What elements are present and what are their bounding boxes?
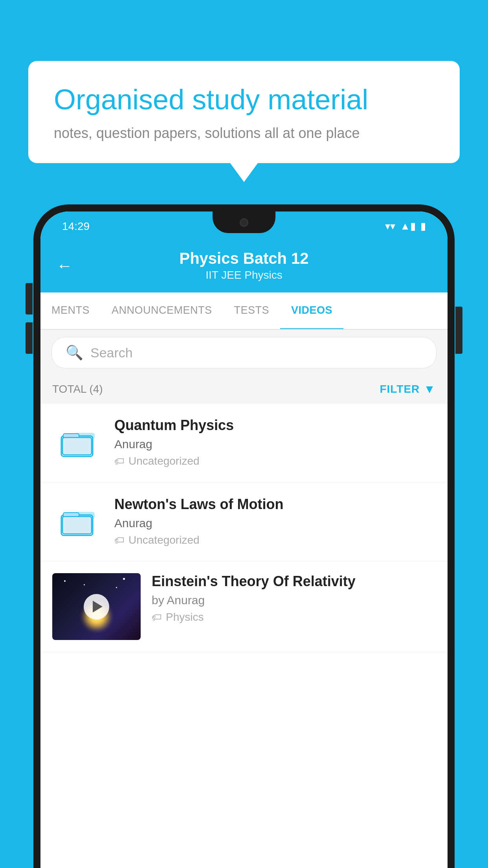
phone-screen: 14:29 ▾▾ ▲▮ ▮ ← Physics Batch 12 IIT JEE… xyxy=(40,211,448,868)
back-button[interactable]: ← xyxy=(56,257,73,274)
tag-label: Physics xyxy=(166,611,204,623)
speech-bubble-card: Organised study material notes, question… xyxy=(28,61,460,163)
search-container: 🔍 Search xyxy=(40,330,448,375)
tag-icon: 🏷 xyxy=(152,611,162,623)
volume-down-button xyxy=(26,322,33,354)
list-item[interactable]: Newton's Laws of Motion Anurag 🏷 Uncateg… xyxy=(40,482,448,561)
phone-outer: 14:29 ▾▾ ▲▮ ▮ ← Physics Batch 12 IIT JEE… xyxy=(33,204,455,868)
battery-icon: ▮ xyxy=(420,220,426,232)
tag-label: Uncategorized xyxy=(128,455,200,467)
bubble-title: Organised study material xyxy=(54,83,434,116)
play-icon xyxy=(93,601,103,612)
tag-label: Uncategorized xyxy=(128,534,200,546)
video-author: Anurag xyxy=(114,517,436,530)
video-tag: 🏷 Uncategorized xyxy=(114,534,436,546)
status-time: 14:29 xyxy=(62,220,90,233)
power-button xyxy=(455,307,462,354)
search-icon: 🔍 xyxy=(66,344,83,361)
video-author: Anurag xyxy=(114,438,436,451)
tab-tests[interactable]: TESTS xyxy=(223,292,281,329)
status-bar: 14:29 ▾▾ ▲▮ ▮ xyxy=(40,211,448,241)
header-subtitle: IIT JEE Physics xyxy=(84,269,404,281)
volume-buttons xyxy=(26,283,33,354)
video-title: Einstein's Theory Of Relativity xyxy=(152,573,436,590)
phone-wrapper: 14:29 ▾▾ ▲▮ ▮ ← Physics Batch 12 IIT JEE… xyxy=(33,204,455,868)
video-thumbnail xyxy=(52,573,141,640)
video-info: Einstein's Theory Of Relativity by Anura… xyxy=(152,573,436,623)
tag-icon: 🏷 xyxy=(114,455,125,467)
filter-funnel-icon: ▼ xyxy=(424,383,436,396)
list-item[interactable]: Einstein's Theory Of Relativity by Anura… xyxy=(40,561,448,652)
play-button[interactable] xyxy=(84,594,109,620)
camera xyxy=(240,218,248,227)
status-icons: ▾▾ ▲▮ ▮ xyxy=(385,220,426,232)
header-text: Physics Batch 12 IIT JEE Physics xyxy=(84,250,404,281)
tag-icon: 🏷 xyxy=(114,534,125,546)
video-folder-icon xyxy=(52,417,103,468)
video-title: Quantum Physics xyxy=(114,417,436,434)
svg-rect-2 xyxy=(62,438,92,455)
speech-bubble-section: Organised study material notes, question… xyxy=(28,61,460,163)
tabs-bar: MENTS ANNOUNCEMENTS TESTS VIDEOS xyxy=(40,292,448,330)
video-author: by Anurag xyxy=(152,594,436,607)
tab-videos[interactable]: VIDEOS xyxy=(280,292,343,330)
signal-icon: ▲▮ xyxy=(400,220,416,232)
header-title: Physics Batch 12 xyxy=(84,250,404,267)
svg-rect-5 xyxy=(62,517,92,534)
notch xyxy=(213,211,275,233)
video-tag: 🏷 Physics xyxy=(152,611,436,623)
wifi-icon: ▾▾ xyxy=(385,220,395,232)
list-item[interactable]: Quantum Physics Anurag 🏷 Uncategorized xyxy=(40,403,448,482)
tab-ments[interactable]: MENTS xyxy=(40,292,101,329)
volume-up-button xyxy=(26,283,33,314)
tab-announcements[interactable]: ANNOUNCEMENTS xyxy=(101,292,223,329)
search-box[interactable]: 🔍 Search xyxy=(51,337,437,368)
total-count: TOTAL (4) xyxy=(52,383,103,395)
filter-bar: TOTAL (4) FILTER ▼ xyxy=(40,375,448,403)
video-info: Newton's Laws of Motion Anurag 🏷 Uncateg… xyxy=(114,496,436,546)
filter-button[interactable]: FILTER ▼ xyxy=(380,383,436,396)
filter-label: FILTER xyxy=(380,383,420,395)
video-folder-icon xyxy=(52,496,103,547)
app-header: ← Physics Batch 12 IIT JEE Physics xyxy=(40,241,448,292)
search-input[interactable]: Search xyxy=(90,345,133,360)
video-list: Quantum Physics Anurag 🏷 Uncategorized xyxy=(40,403,448,652)
video-title: Newton's Laws of Motion xyxy=(114,496,436,513)
video-info: Quantum Physics Anurag 🏷 Uncategorized xyxy=(114,417,436,467)
video-tag: 🏷 Uncategorized xyxy=(114,455,436,467)
bubble-subtitle: notes, question papers, solutions all at… xyxy=(54,125,434,142)
